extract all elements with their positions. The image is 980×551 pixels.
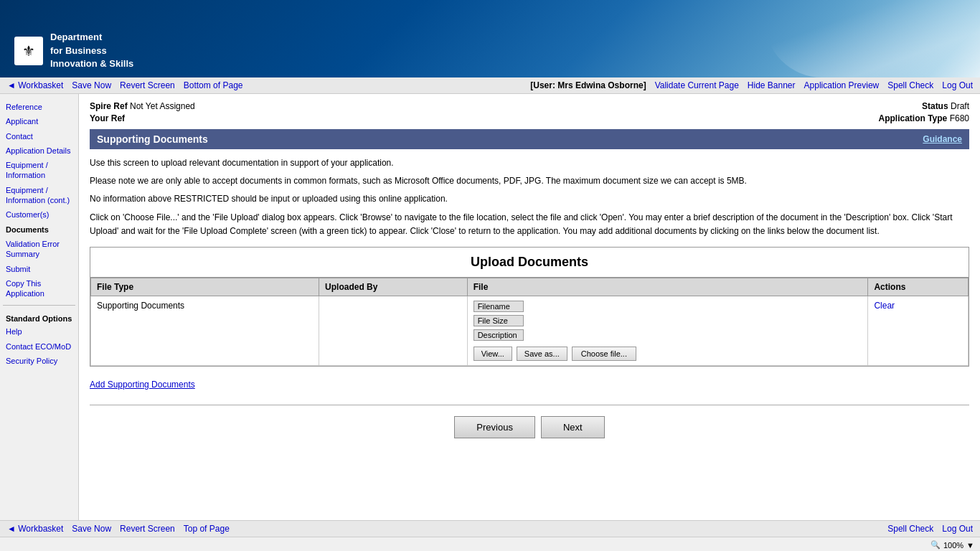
sidebar-item-copy-this-application[interactable]: Copy This Application — [3, 276, 75, 301]
bottom-save-now-link[interactable]: Save Now — [72, 524, 111, 534]
zoom-dropdown-icon[interactable]: ▼ — [966, 541, 974, 550]
col-uploaded-by: Uploaded By — [319, 278, 468, 296]
cell-file: Filename File Size Description View... — [467, 296, 868, 365]
upload-table-container: Upload Documents File Type Uploaded By F… — [90, 247, 969, 367]
bottom-log-out-link[interactable]: Log Out — [942, 524, 973, 534]
section-separator — [90, 405, 969, 405]
your-ref-label: Your Ref — [90, 113, 125, 123]
file-cell: Filename File Size Description View... — [473, 301, 862, 361]
sidebar-item-contact-eco-mod[interactable]: Contact ECO/MoD — [3, 339, 75, 354]
cell-actions: Clear — [868, 296, 969, 365]
description-field: Description — [473, 329, 862, 341]
save-now-link[interactable]: Save Now — [72, 80, 111, 90]
revert-screen-link[interactable]: Revert Screen — [120, 80, 175, 90]
description-label: Description — [473, 329, 524, 341]
sidebar-item-contact[interactable]: Contact — [3, 129, 75, 143]
sidebar-item-equipment-information[interactable]: Equipment / Information — [3, 158, 75, 183]
status-bar: 🔍 100% ▼ — [0, 537, 980, 551]
top-nav-right: [User: Mrs Edwina Osborne] Validate Curr… — [530, 80, 973, 90]
crest-icon: ⚜ — [14, 37, 43, 65]
filesize-field: File Size — [473, 315, 862, 326]
bottom-nav-bar: ◄ Workbasket Save Now Revert Screen Top … — [0, 520, 980, 537]
status-value: Draft — [951, 101, 969, 111]
sidebar-item-security-policy[interactable]: Security Policy — [3, 354, 75, 368]
table-row: Supporting Documents Filename File Size — [91, 296, 969, 365]
zoom-level: 100% — [943, 541, 963, 550]
clear-link[interactable]: Clear — [874, 301, 895, 311]
logo-area: ⚜ Department for Business Innovation & S… — [14, 31, 133, 70]
instructions-block: Use this screen to upload relevant docum… — [90, 156, 969, 238]
top-nav-left: ◄ Workbasket Save Now Revert Screen Bott… — [7, 80, 242, 90]
log-out-link[interactable]: Log Out — [942, 80, 973, 90]
page-header: ⚜ Department for Business Innovation & S… — [0, 0, 980, 77]
sidebar-item-customers[interactable]: Customer(s) — [3, 207, 75, 222]
main-layout: Reference Applicant Contact Application … — [0, 94, 980, 520]
standard-options-label: Standard Options — [3, 310, 75, 324]
choose-file-button[interactable]: Choose file... — [572, 347, 636, 361]
previous-button[interactable]: Previous — [454, 416, 535, 438]
section-heading: Supporting Documents Guidance — [90, 129, 969, 149]
sidebar-item-reference[interactable]: Reference — [3, 100, 75, 114]
bottom-nav-right: Spell Check Log Out — [887, 524, 973, 534]
sidebar-item-application-details[interactable]: Application Details — [3, 143, 75, 158]
validate-page-link[interactable]: Validate Current Page — [655, 80, 739, 90]
ref-right: Status Draft Application Type F680 — [879, 101, 970, 123]
bottom-workbasket-link[interactable]: ◄ Workbasket — [7, 524, 63, 534]
spire-ref-label: Spire Ref — [90, 101, 128, 111]
sidebar-item-equipment-information-cont[interactable]: Equipment / Information (cont.) — [3, 183, 75, 208]
status-label: Status — [922, 101, 948, 111]
bottom-nav-left: ◄ Workbasket Save Now Revert Screen Top … — [7, 524, 230, 534]
app-type-line: Application Type F680 — [879, 113, 970, 123]
zoom-indicator: 🔍 100% ▼ — [930, 540, 974, 550]
guidance-link[interactable]: Guidance — [923, 134, 962, 144]
filesize-label: File Size — [473, 315, 524, 326]
instruction-4: Click on 'Choose File...' and the 'File … — [90, 211, 969, 238]
ref-row: Spire Ref Not Yet Assigned Your Ref Stat… — [90, 101, 969, 123]
next-button[interactable]: Next — [541, 416, 605, 438]
col-file: File — [467, 278, 868, 296]
spell-check-link[interactable]: Spell Check — [887, 80, 933, 90]
upload-table: File Type Uploaded By File Actions Suppo… — [90, 278, 969, 366]
dept-name: Department for Business Innovation & Ski… — [50, 31, 133, 70]
col-actions: Actions — [868, 278, 969, 296]
app-preview-link[interactable]: Application Preview — [804, 80, 880, 90]
spire-ref-value: Not Yet Assigned — [130, 101, 195, 111]
bottom-spell-check-link[interactable]: Spell Check — [887, 524, 933, 534]
status-line: Status Draft — [879, 101, 970, 111]
cell-file-type: Supporting Documents — [91, 296, 319, 365]
filename-label: Filename — [473, 301, 524, 312]
zoom-icon: 🔍 — [930, 540, 941, 550]
workbasket-link[interactable]: ◄ Workbasket — [7, 80, 63, 90]
view-button[interactable]: View... — [473, 347, 512, 361]
instruction-1: Use this screen to upload relevant docum… — [90, 156, 969, 170]
section-title: Supporting Documents — [97, 133, 208, 145]
ref-left: Spire Ref Not Yet Assigned Your Ref — [90, 101, 195, 123]
sidebar-item-help[interactable]: Help — [3, 324, 75, 339]
add-supporting-docs-link[interactable]: Add Supporting Documents — [90, 380, 195, 390]
hide-banner-link[interactable]: Hide Banner — [748, 80, 796, 90]
app-type-value: F680 — [950, 113, 969, 123]
sidebar: Reference Applicant Contact Application … — [0, 94, 79, 520]
filename-field: Filename — [473, 301, 862, 312]
spire-ref-line: Spire Ref Not Yet Assigned — [90, 101, 195, 111]
top-nav-bar: ◄ Workbasket Save Now Revert Screen Bott… — [0, 77, 980, 94]
file-buttons: View... Save as... Choose file... — [473, 347, 862, 361]
bottom-top-of-page-link[interactable]: Top of Page — [184, 524, 230, 534]
your-ref-line: Your Ref — [90, 113, 195, 123]
sidebar-item-validation-error-summary[interactable]: Validation Error Summary — [3, 237, 75, 262]
user-info: [User: Mrs Edwina Osborne] — [530, 80, 646, 90]
bottom-of-page-link[interactable]: Bottom of Page — [184, 80, 243, 90]
instruction-2: Please note we are only able to accept d… — [90, 174, 969, 188]
sidebar-item-applicant[interactable]: Applicant — [3, 114, 75, 128]
bottom-revert-screen-link[interactable]: Revert Screen — [120, 524, 175, 534]
table-header-row: File Type Uploaded By File Actions — [91, 278, 969, 296]
upload-table-title: Upload Documents — [90, 248, 969, 278]
app-type-label: Application Type — [879, 113, 948, 123]
save-as-button[interactable]: Save as... — [517, 347, 567, 361]
sidebar-item-documents[interactable]: Documents — [3, 222, 75, 237]
col-file-type: File Type — [91, 278, 319, 296]
cell-uploaded-by — [319, 296, 468, 365]
nav-buttons: Previous Next — [90, 416, 969, 438]
instruction-3: No information above RESTRICTED should b… — [90, 192, 969, 206]
sidebar-item-submit[interactable]: Submit — [3, 262, 75, 276]
